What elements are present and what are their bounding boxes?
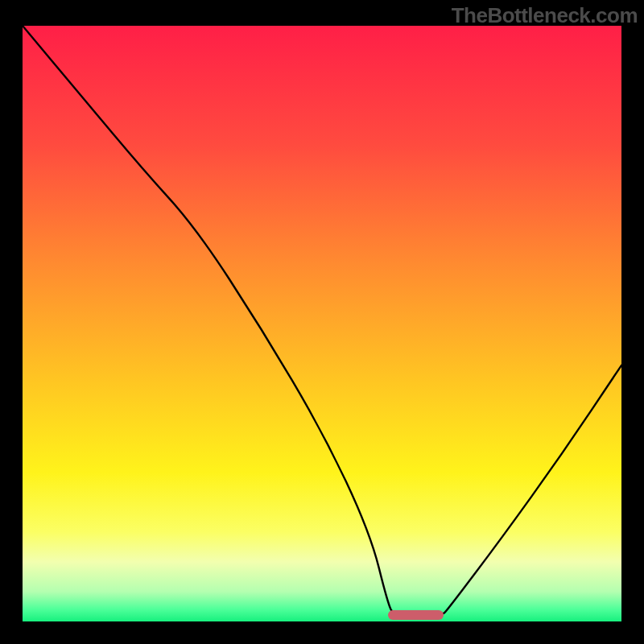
gradient-rect — [23, 26, 621, 621]
watermark-text: TheBottleneck.com — [452, 3, 638, 28]
chart-svg — [23, 26, 621, 621]
plot-area — [23, 26, 621, 621]
optimum-marker — [388, 610, 444, 620]
chart-frame: TheBottleneck.com — [0, 0, 644, 644]
